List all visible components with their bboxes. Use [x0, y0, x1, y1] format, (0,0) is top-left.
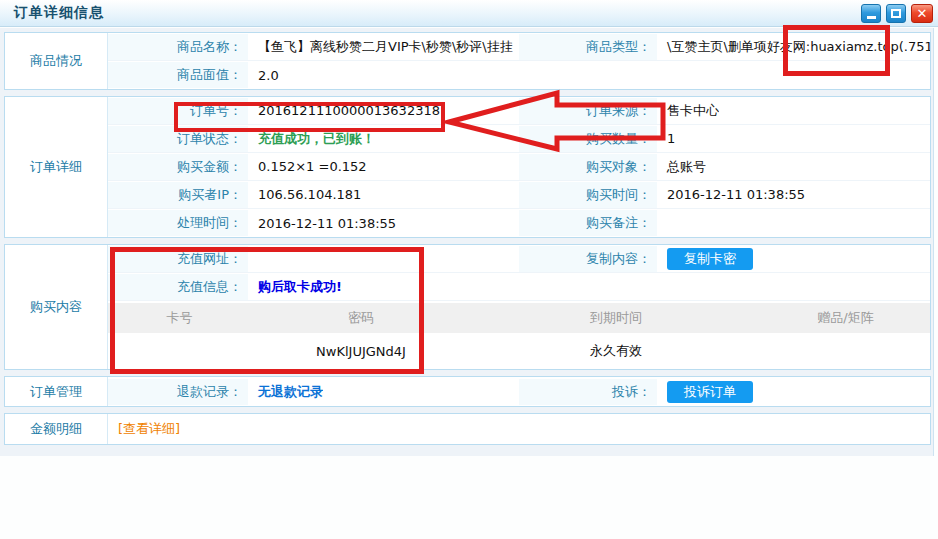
window-title: 订单详细信息: [14, 4, 104, 22]
buy-remark-label: 购买备注：: [519, 210, 657, 236]
card-expiry-header: 到期时间: [471, 309, 761, 327]
close-icon: ✕: [917, 7, 928, 20]
order-number-label: 订单号：: [108, 98, 248, 124]
dialog-body: 商品情况 商品名称： 【鱼飞】离线秒赞二月VIP卡\秒赞\秒评\挂挂 商品类型：…: [0, 28, 934, 456]
product-name-value: 【鱼飞】离线秒赞二月VIP卡\秒赞\秒评\挂挂: [248, 38, 513, 56]
process-time-label: 处理时间：: [108, 210, 248, 236]
close-button[interactable]: ✕: [911, 4, 933, 23]
card-expiry-value: 永久有效: [471, 342, 761, 360]
card-table-header: 卡号 密码 到期时间 赠品/矩阵: [108, 303, 930, 333]
order-source-value: 售卡中心: [657, 102, 719, 120]
titlebar: 订单详细信息 ✕: [0, 0, 938, 27]
buy-time-value: 2016-12-11 01:38:55: [657, 187, 805, 202]
section-product: 商品情况 商品名称： 【鱼飞】离线秒赞二月VIP卡\秒赞\秒评\挂挂 商品类型：…: [4, 32, 931, 90]
refund-record-value: 无退款记录: [248, 383, 323, 401]
complaint-order-button[interactable]: 投诉订单: [667, 381, 753, 403]
order-status-value: 充值成功，已到账！: [248, 130, 375, 148]
product-face-label: 商品面值：: [108, 62, 248, 88]
minimize-button[interactable]: [861, 4, 881, 23]
card-password-value: NwKlJUJGNd4J: [251, 344, 471, 359]
card-password-header: 密码: [251, 309, 471, 327]
recharge-info-value: 购后取卡成功!: [248, 278, 342, 296]
section-product-header: 商品情况: [5, 33, 108, 89]
order-source-label: 订单来源：: [519, 98, 657, 124]
buy-quantity-value: 1: [657, 131, 675, 146]
maximize-icon: [891, 9, 901, 18]
recharge-info-label: 充值信息：: [108, 274, 248, 300]
product-type-value: \互赞主页\删单项好友网:huaxiamz.top(.7517: [657, 38, 930, 56]
copy-content-label: 复制内容：: [519, 246, 657, 272]
card-number-header: 卡号: [108, 309, 251, 327]
process-time-value: 2016-12-11 01:38:55: [248, 216, 396, 231]
card-gift-header: 赠品/矩阵: [761, 309, 930, 327]
buyer-ip-value: 106.56.104.181: [248, 187, 361, 202]
order-number-value: 2016121110000013632318: [248, 103, 440, 118]
buy-target-label: 购买对象：: [519, 154, 657, 180]
buy-amount-label: 购买金额：: [108, 154, 248, 180]
window-controls: ✕: [861, 4, 933, 23]
recharge-url-label: 充值网址：: [108, 246, 248, 272]
buyer-ip-label: 购买者IP：: [108, 182, 248, 208]
section-order: 订单详细 订单号： 2016121110000013632318 订单来源： 售…: [4, 96, 931, 238]
product-face-value: 2.0: [248, 68, 279, 83]
minimize-icon: [867, 16, 876, 19]
maximize-button[interactable]: [886, 4, 906, 23]
section-amount-header: 金额明细: [5, 414, 108, 444]
copy-card-button[interactable]: 复制卡密: [667, 248, 753, 270]
section-order-header: 订单详细: [5, 97, 108, 237]
section-content-header: 购买内容: [5, 245, 108, 369]
section-manage: 订单管理 退款记录： 无退款记录 投诉： 投诉订单: [4, 376, 931, 407]
section-manage-header: 订单管理: [5, 377, 108, 406]
buy-target-value: 总账号: [657, 158, 706, 176]
product-type-label: 商品类型：: [519, 34, 657, 60]
section-amount: 金额明细 [查看详细]: [4, 413, 931, 445]
refund-record-label: 退款记录：: [108, 379, 248, 405]
section-content: 购买内容 充值网址： 复制内容： 复制卡密 充值信息： 购后取卡成功!: [4, 244, 931, 370]
buy-time-label: 购买时间：: [519, 182, 657, 208]
view-detail-link[interactable]: [查看详细]: [108, 420, 180, 438]
product-name-label: 商品名称：: [108, 34, 248, 60]
buy-amount-value: 0.152×1 =0.152: [248, 159, 367, 174]
order-status-label: 订单状态：: [108, 126, 248, 152]
complaint-label: 投诉：: [519, 379, 657, 405]
buy-quantity-label: 购买数量：: [519, 126, 657, 152]
card-table-row: NwKlJUJGNd4J 永久有效: [108, 333, 930, 369]
